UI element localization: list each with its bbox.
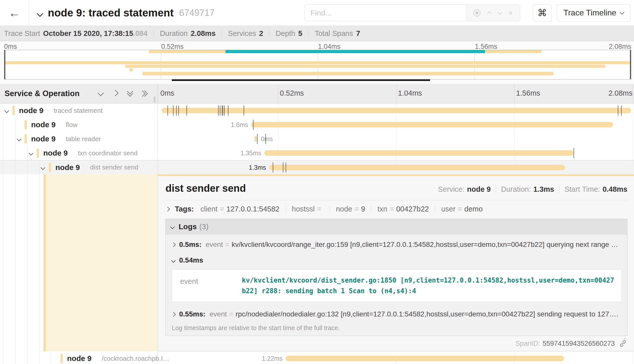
collapse-chevron-icon[interactable] [4,108,9,113]
span-name-cell[interactable]: node 9 traced statement [0,103,158,118]
log-marker-tick [257,134,258,144]
span-bar[interactable] [251,122,613,127]
span-duration-label: 1.3ms [249,160,269,175]
indent-guide [27,174,28,351]
span-id-value: 5597415943526560273 [543,340,615,348]
log-marker-tick [222,105,222,116]
clear-search-icon[interactable]: × [509,9,513,17]
focus-match-icon[interactable] [473,9,480,16]
log-field-key: event [177,275,242,296]
span-color-bar [12,106,15,115]
focus-column-highlight [46,174,158,351]
trace-title-group[interactable]: node 9: traced statement 6749717 [38,7,215,19]
span-bar[interactable] [162,108,631,113]
keyboard-shortcuts-button[interactable]: ⌘ [533,4,552,22]
span-duration-label: 1.35ms [241,146,264,160]
span-color-bar [44,174,46,351]
minimap-canvas[interactable] [4,50,631,79]
axis-gridline [514,84,515,103]
log-entry-collapsed[interactable]: 0.55ms: event = rpc/nodedialer/nodediale… [166,304,627,321]
collapse-one-icon[interactable] [98,91,103,96]
indent-guide [15,146,15,160]
divider [154,30,154,37]
deep-link-icon[interactable] [619,339,627,348]
indent-guide [15,118,15,132]
services-label: Services [228,29,256,38]
minimap-span-bar [130,68,133,71]
minimap-tick-3: 1.56ms [475,43,497,51]
log-marker-tick [621,105,622,116]
log-marker-tick [265,134,266,144]
span-timeline-cell[interactable]: 1.22ms [158,351,634,364]
indent-guide [3,351,3,364]
trace-view-select[interactable]: Trace Timeline [557,4,630,22]
span-timeline-cell[interactable]: 1.3ms [158,160,634,174]
back-button[interactable]: ← [0,0,29,26]
axis-tick-1: 0.52ms [280,89,304,97]
span-name-cell[interactable]: node 9 flow [0,118,158,132]
total-spans-value: 7 [356,29,360,38]
log-field-value: kv/kvclient/kvcoord/range_iter.go:159 [n… [232,241,618,249]
span-detail-meta: Service: node 9 Duration: 1.3ms Start Ti… [438,185,627,194]
expand-all-icon[interactable] [142,91,147,96]
find-input[interactable] [305,5,466,21]
log-marker-tick [286,162,286,173]
chevron-right-icon [171,242,176,247]
log-entry-detail-card: event kv/kvclient/kvcoord/dist_sender.go… [172,269,622,302]
expand-one-icon[interactable] [113,91,118,96]
tags-label: Tags: [175,205,194,213]
minimap-right-scrubber[interactable] [630,50,631,79]
span-color-bar [25,120,27,129]
span-name-cell[interactable]: node 9 table reader [0,132,158,146]
collapse-trace-chevron-icon[interactable] [37,10,43,17]
minimap-left-scrubber[interactable] [4,50,5,79]
services-value: 2 [259,29,263,38]
span-timeline-cell[interactable]: 0ms [158,132,634,146]
service-name: node 9 [31,135,56,143]
collapse-chevron-icon[interactable] [40,165,45,170]
axis-gridline [278,84,278,103]
log-entry-collapsed[interactable]: 0.5ms: event = kv/kvclient/kvcoord/range… [166,234,627,251]
logs-accordion-header[interactable]: Logs (3) [166,219,627,234]
span-row-table-reader: node 9 table reader 0ms [0,132,634,146]
minimap-tick-1: 0.52ms [161,43,184,51]
indent-guide [3,174,3,351]
axis-tick-3: 1.56ms [516,89,540,97]
tags-accordion[interactable]: Tags: client=127.0.0.1:54582 hostssl= no… [158,200,634,213]
indent-guide [39,160,40,174]
span-rows: node 9 traced statement node 9 flow 1.6m… [0,103,634,364]
collapse-chevron-icon[interactable] [29,151,33,155]
span-timeline-cell[interactable]: 1.35ms [158,146,634,160]
column-resizer-handle[interactable]: ∥ [153,96,157,103]
timeline-header: Service & Operation ∥ 0ms 0.52ms 1.04ms … [0,84,634,103]
service-name: node 9 [19,106,44,115]
span-row-dist-sender-send: node 9 dist sender send 1.3ms [0,160,634,174]
log-marker-tick [220,105,220,116]
log-marker-tick [283,162,283,173]
collapse-all-icon[interactable] [128,91,132,96]
span-timeline-cell[interactable]: 1.6ms [158,118,634,132]
trace-summary-bar: Trace Start October 15 2020, 17:38:15.08… [0,26,634,41]
span-name-cell[interactable]: node 9 txn coordinator send [0,146,158,160]
span-bar[interactable] [269,165,565,170]
log-entry-expanded-header[interactable]: 0.54ms [166,251,627,265]
indent-guide [15,351,15,364]
span-bar[interactable] [264,150,574,156]
span-name-cell[interactable]: node 9 /cockroach.roachpb.I… [0,351,158,364]
prev-match-icon[interactable] [488,10,491,15]
next-match-icon[interactable] [498,12,501,14]
find-tools: × [466,5,520,21]
log-marker-tick [228,105,228,116]
minimap-scrollbar[interactable] [172,79,430,81]
collapse-chevron-icon[interactable] [17,137,21,141]
span-timeline-cell[interactable] [158,103,634,118]
tag-client: client=127.0.0.1:54582 [200,205,279,213]
operation-name: dist sender send [90,163,138,171]
minimap-span-bar [225,50,485,53]
service-meta-value: node 9 [467,185,491,194]
span-name-cell[interactable]: node 9 dist sender send [0,160,158,174]
span-bar[interactable] [255,136,257,142]
chevron-right-icon [171,312,176,316]
span-bar[interactable] [286,356,564,361]
minimap-tick-4: 2.08ms [609,43,631,51]
